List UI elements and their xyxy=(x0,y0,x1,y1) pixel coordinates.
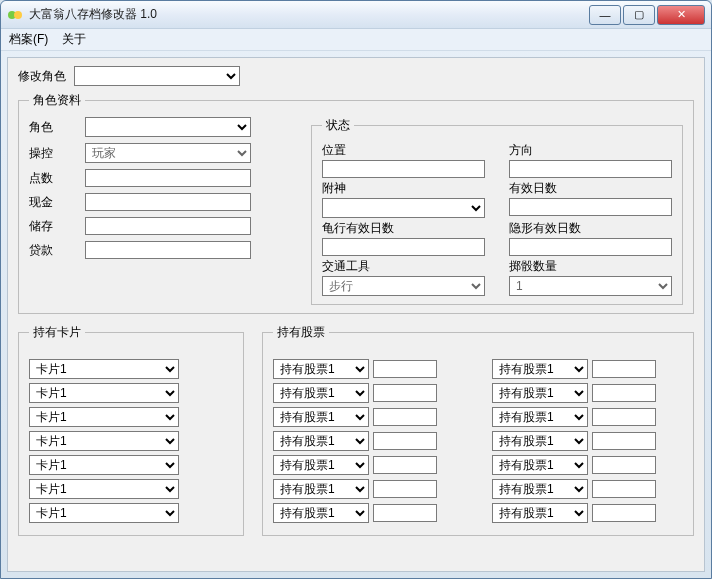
stock-l-1-qty[interactable] xyxy=(373,384,437,402)
cash-input[interactable] xyxy=(85,193,251,211)
stock-l-2-qty[interactable] xyxy=(373,408,437,426)
dice-combo[interactable]: 1 xyxy=(509,276,672,296)
role-label: 角色 xyxy=(29,119,85,136)
loan-label: 贷款 xyxy=(29,242,85,259)
stock-l-4-combo[interactable]: 持有股票1 xyxy=(273,455,369,475)
position-label: 位置 xyxy=(322,142,485,159)
stock-l-4-qty[interactable] xyxy=(373,456,437,474)
cash-label: 现金 xyxy=(29,194,85,211)
stock-r-2-qty[interactable] xyxy=(592,408,656,426)
stock-r-5-qty[interactable] xyxy=(592,480,656,498)
role-combo[interactable] xyxy=(85,117,251,137)
direction-input[interactable] xyxy=(509,160,672,178)
menubar: 档案(F) 关于 xyxy=(1,29,711,51)
position-input[interactable] xyxy=(322,160,485,178)
stock-r-5-combo[interactable]: 持有股票1 xyxy=(492,479,588,499)
points-label: 点数 xyxy=(29,170,85,187)
validdays-label: 有效日数 xyxy=(509,180,672,197)
menu-file[interactable]: 档案(F) xyxy=(9,31,48,48)
cards-group: 持有卡片 卡片1 卡片1 卡片1 卡片1 卡片1 卡片1 卡片1 xyxy=(18,324,244,536)
status-legend: 状态 xyxy=(322,117,354,134)
card-combo-0[interactable]: 卡片1 xyxy=(29,359,179,379)
stock-r-1-qty[interactable] xyxy=(592,384,656,402)
invisdays-label: 隐形有效日数 xyxy=(509,220,672,237)
stock-l-0-combo[interactable]: 持有股票1 xyxy=(273,359,369,379)
control-label: 操控 xyxy=(29,145,85,162)
stock-r-4-qty[interactable] xyxy=(592,456,656,474)
client-area: 修改角色 角色资料 角色 操控 玩家 点数 xyxy=(7,57,705,572)
stock-l-3-combo[interactable]: 持有股票1 xyxy=(273,431,369,451)
cards-legend: 持有卡片 xyxy=(29,324,85,341)
stock-l-5-qty[interactable] xyxy=(373,480,437,498)
savings-input[interactable] xyxy=(85,217,251,235)
points-input[interactable] xyxy=(85,169,251,187)
stocks-col-right: 持有股票1 持有股票1 持有股票1 持有股票1 持有股票1 持有股票1 持有股票… xyxy=(492,359,683,527)
vehicle-label: 交通工具 xyxy=(322,258,485,275)
stock-r-1-combo[interactable]: 持有股票1 xyxy=(492,383,588,403)
stock-l-2-combo[interactable]: 持有股票1 xyxy=(273,407,369,427)
stock-r-3-combo[interactable]: 持有股票1 xyxy=(492,431,588,451)
control-combo[interactable]: 玩家 xyxy=(85,143,251,163)
stock-l-3-qty[interactable] xyxy=(373,432,437,450)
close-button[interactable]: ✕ xyxy=(657,5,705,25)
app-window: 大富翁八存档修改器 1.0 — ▢ ✕ 档案(F) 关于 修改角色 角色资料 角… xyxy=(0,0,712,579)
role-info-legend: 角色资料 xyxy=(29,92,85,109)
stock-l-5-combo[interactable]: 持有股票1 xyxy=(273,479,369,499)
stock-r-0-qty[interactable] xyxy=(592,360,656,378)
card-combo-6[interactable]: 卡片1 xyxy=(29,503,179,523)
window-buttons: — ▢ ✕ xyxy=(589,5,705,25)
menu-about[interactable]: 关于 xyxy=(62,31,86,48)
savings-label: 储存 xyxy=(29,218,85,235)
turtledays-label: 龟行有效日数 xyxy=(322,220,485,237)
card-combo-4[interactable]: 卡片1 xyxy=(29,455,179,475)
status-group: 状态 位置 方向 附神 xyxy=(311,117,683,305)
modify-role-label: 修改角色 xyxy=(18,68,74,85)
stock-r-6-qty[interactable] xyxy=(592,504,656,522)
stock-r-0-combo[interactable]: 持有股票1 xyxy=(492,359,588,379)
role-fields: 角色 操控 玩家 点数 现金 xyxy=(29,117,291,305)
card-combo-5[interactable]: 卡片1 xyxy=(29,479,179,499)
stock-r-2-combo[interactable]: 持有股票1 xyxy=(492,407,588,427)
invisdays-input[interactable] xyxy=(509,238,672,256)
stock-l-6-qty[interactable] xyxy=(373,504,437,522)
titlebar[interactable]: 大富翁八存档修改器 1.0 — ▢ ✕ xyxy=(1,1,711,29)
stocks-legend: 持有股票 xyxy=(273,324,329,341)
direction-label: 方向 xyxy=(509,142,672,159)
validdays-input[interactable] xyxy=(509,198,672,216)
card-combo-3[interactable]: 卡片1 xyxy=(29,431,179,451)
maximize-button[interactable]: ▢ xyxy=(623,5,655,25)
stock-r-3-qty[interactable] xyxy=(592,432,656,450)
dice-label: 掷骰数量 xyxy=(509,258,672,275)
card-combo-2[interactable]: 卡片1 xyxy=(29,407,179,427)
stocks-col-left: 持有股票1 持有股票1 持有股票1 持有股票1 持有股票1 持有股票1 持有股票… xyxy=(273,359,464,527)
modify-role-combo[interactable] xyxy=(74,66,240,86)
svg-point-1 xyxy=(14,11,22,19)
stock-l-6-combo[interactable]: 持有股票1 xyxy=(273,503,369,523)
window-title: 大富翁八存档修改器 1.0 xyxy=(29,6,589,23)
app-icon xyxy=(7,7,23,23)
modify-role-row: 修改角色 xyxy=(18,66,694,86)
card-combo-1[interactable]: 卡片1 xyxy=(29,383,179,403)
vehicle-combo[interactable]: 步行 xyxy=(322,276,485,296)
stock-l-0-qty[interactable] xyxy=(373,360,437,378)
minimize-button[interactable]: — xyxy=(589,5,621,25)
stocks-group: 持有股票 持有股票1 持有股票1 持有股票1 持有股票1 持有股票1 持有股票1… xyxy=(262,324,694,536)
role-info-group: 角色资料 角色 操控 玩家 点数 现金 xyxy=(18,92,694,314)
turtledays-input[interactable] xyxy=(322,238,485,256)
stock-l-1-combo[interactable]: 持有股票1 xyxy=(273,383,369,403)
stock-r-4-combo[interactable]: 持有股票1 xyxy=(492,455,588,475)
loan-input[interactable] xyxy=(85,241,251,259)
god-combo[interactable] xyxy=(322,198,485,218)
stock-r-6-combo[interactable]: 持有股票1 xyxy=(492,503,588,523)
god-label: 附神 xyxy=(322,180,485,197)
